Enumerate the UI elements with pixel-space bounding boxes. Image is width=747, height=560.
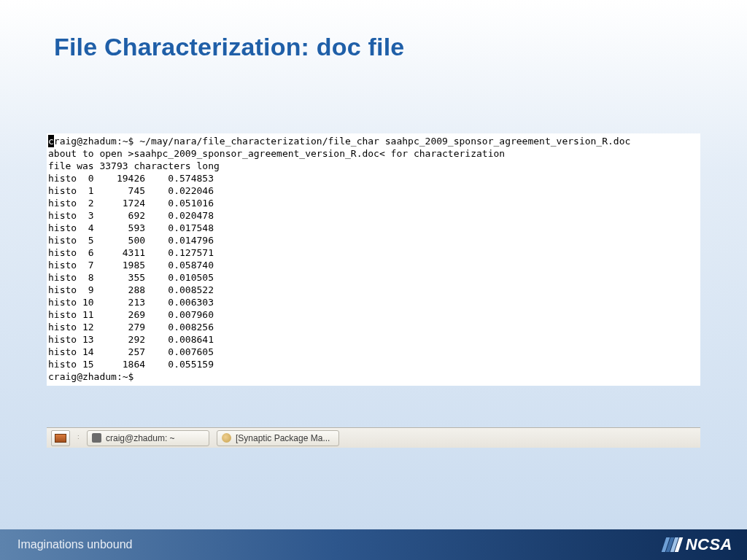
page-title: File Characterization: doc file (54, 33, 404, 61)
ncsa-logo-icon (664, 537, 681, 552)
taskbar-item-terminal[interactable]: craig@zhadum: ~ (87, 430, 209, 446)
ncsa-logo-text: NCSA (686, 535, 732, 554)
taskbar-item-label: craig@zhadum: ~ (106, 433, 175, 443)
package-manager-icon (222, 433, 231, 443)
footer-tagline: Imaginations unbound (18, 538, 132, 551)
taskbar-item-label: [Synaptic Package Ma... (236, 433, 330, 443)
taskbar-separator: ∶ (77, 433, 80, 443)
show-desktop-button[interactable] (51, 430, 70, 446)
taskbar-item-synaptic[interactable]: [Synaptic Package Ma... (217, 430, 339, 446)
terminal-window: craig@zhadum:~$ ~/may/nara/file_characte… (47, 133, 700, 386)
footer-bar: Imaginations unbound NCSA (0, 529, 747, 560)
slide: File Characterization: doc file craig@zh… (0, 0, 747, 560)
taskbar: ∶ craig@zhadum: ~ [Synaptic Package Ma..… (47, 427, 700, 448)
ncsa-logo: NCSA (664, 535, 732, 554)
terminal-icon (92, 433, 101, 443)
show-desktop-icon (55, 434, 66, 443)
terminal-output: craig@zhadum:~$ ~/may/nara/file_characte… (47, 133, 700, 386)
